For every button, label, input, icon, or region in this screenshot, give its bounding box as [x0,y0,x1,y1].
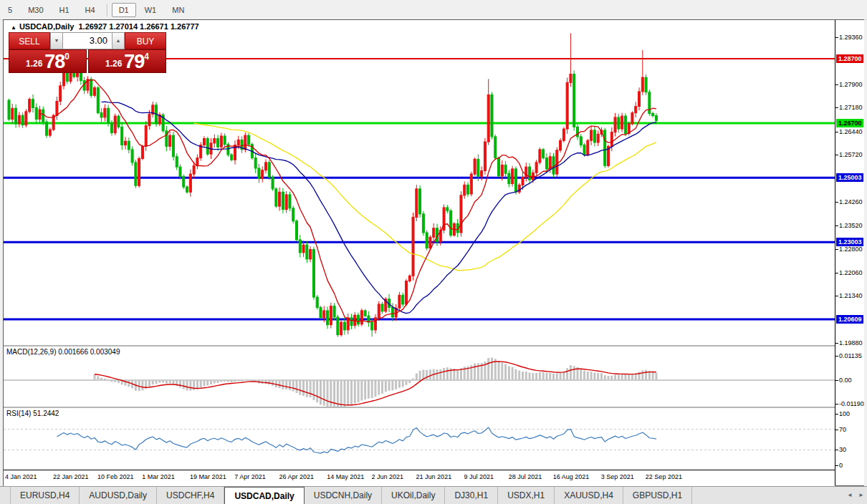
tab-scroll-left-icon[interactable]: ◄ [844,487,856,504]
volume-increase-button[interactable]: ▲ [112,32,125,49]
sell-price-button[interactable]: 1.26 78 0 [9,49,87,73]
date-axis-label: 1 Mar 2021 [142,473,175,480]
rsi-pane[interactable]: RSI(14) 51.2442 [4,408,835,469]
chart-tab-usdx[interactable]: USDX,H1 [498,487,555,504]
chart-title: ▲USDCAD,Daily 1.26927 1.27014 1.26671 1.… [11,22,199,31]
date-axis-label: 2 Jun 2021 [371,473,403,480]
tab-bar-spacer [692,487,844,504]
buy-button[interactable]: BUY [125,32,166,49]
price-axis-label: 1.21340 [839,292,863,299]
one-click-trade-panel: SELL ▼ 3.00 ▲ BUY 1.26 78 0 1.26 79 4 [9,32,166,73]
rsi-axis-label: 70 [839,426,846,433]
timeframe-toolbar: 5M30H1H4D1W1MN [0,0,867,20]
date-axis: 4 Jan 202122 Jan 202110 Feb 20211 Mar 20… [4,470,835,486]
tab-scroll-right-icon[interactable]: ► [856,487,867,504]
price-axis-label: 1.22060 [839,269,863,276]
chart-symbol-label: USDCAD,Daily [19,22,74,31]
price-axis-label: 1.29360 [839,34,863,41]
date-axis-label: 26 Apr 2021 [279,473,314,480]
macd-canvas[interactable] [4,346,835,407]
date-axis-label: 19 Mar 2021 [190,473,226,480]
rsi-value: 51.2442 [33,410,59,417]
date-axis-label: 21 Jun 2021 [416,473,452,480]
price-axis-label: 1.25720 [839,151,863,158]
rsi-label: RSI(14) 51.2442 [6,410,59,417]
hline-price-badge: 1.26700 [836,119,863,127]
price-axis-label: 1.24260 [839,198,863,205]
buy-price-pip: 4 [144,52,149,61]
date-axis-label: 16 Aug 2021 [553,473,590,480]
buy-price-prefix: 1.26 [105,57,122,71]
macd-axis-label: 0.01135 [839,352,862,359]
date-axis-label: 22 Jan 2021 [53,473,89,480]
chart-tab-ukoil[interactable]: UKOil,Daily [382,487,445,504]
chart-tab-audusd[interactable]: AUDUSD,Daily [80,487,157,504]
volume-decrease-button[interactable]: ▼ [50,32,63,49]
chart-tab-usdchf[interactable]: USDCHF,H4 [157,487,224,504]
timeframe-button-5[interactable]: 5 [1,3,19,17]
timeframe-button-w1[interactable]: W1 [138,3,164,17]
date-axis-label: 3 Sep 2021 [601,473,634,480]
rsi-axis-label: 0 [839,462,843,469]
hline-price-badge: 1.20609 [836,315,863,324]
hline-price-badge: 1.28700 [836,54,863,63]
rsi-axis-label: 30 [839,446,846,453]
chart-tab-gbpusd[interactable]: GBPUSD,H1 [623,487,692,504]
sell-price-main: 78 [44,52,64,71]
date-axis-label: 22 Sep 2021 [646,473,682,480]
date-axis-label: 9 Jul 2021 [464,473,494,480]
date-axis-label: 4 Jan 2021 [5,473,37,480]
sell-price-pip: 0 [64,52,70,61]
timeframe-button-d1[interactable]: D1 [112,3,136,17]
rsi-canvas[interactable] [4,408,835,469]
volume-input[interactable]: 3.00 [63,32,112,49]
price-pane[interactable]: ▲USDCAD,Daily 1.26927 1.27014 1.26671 1.… [4,20,835,345]
hline-price-badge: 1.23003 [836,238,863,246]
rsi-axis-label: 100 [839,410,850,417]
toolbar-separator [107,4,107,16]
chart-ohlc-values: 1.26927 1.27014 1.26671 1.26777 [78,22,198,31]
macd-values: 0.001666 0.003049 [58,348,120,356]
chart-window: ▲USDCAD,Daily 1.26927 1.27014 1.26671 1.… [3,19,864,486]
timeframe-button-h1[interactable]: H1 [52,3,77,17]
macd-axis-label: 0.00 [839,377,852,384]
timeframe-button-h4[interactable]: H4 [78,3,102,17]
chart-tab-usdcnh[interactable]: USDCNH,Daily [305,487,382,504]
chart-tab-eurusd[interactable]: EURUSD,H4 [10,487,80,504]
macd-pane[interactable]: MACD(12,26,9) 0.001666 0.003049 [4,346,835,407]
price-axis: 1.293601.279001.271801.264401.257201.242… [835,20,864,485]
title-arrow-icon: ▲ [11,24,16,31]
price-axis-label: 1.27900 [839,81,863,88]
sell-button[interactable]: SELL [9,32,50,49]
date-axis-label: 10 Feb 2021 [97,473,134,480]
chart-tab-usdcad[interactable]: USDCAD,Daily [224,487,304,504]
buy-price-button[interactable]: 1.26 79 4 [88,49,166,73]
chart-tab-bar: EURUSD,H4AUDUSD,DailyUSDCHF,H4USDCAD,Dai… [0,486,867,504]
price-axis-label: 1.26440 [839,128,863,135]
price-axis-label: 1.19880 [839,339,863,346]
hline-price-badge: 1.25003 [836,173,863,182]
timeframe-button-m30[interactable]: M30 [21,3,50,17]
macd-axis-label: -0.01190 [839,400,864,407]
plot-stack: ▲USDCAD,Daily 1.26927 1.27014 1.26671 1.… [4,20,835,485]
buy-price-main: 79 [124,52,144,71]
price-axis-label: 1.23520 [839,222,863,229]
timeframe-button-mn[interactable]: MN [165,3,191,17]
price-axis-label: 1.27180 [839,104,863,111]
chart-tab-xauusd[interactable]: XAUUSD,H4 [555,487,623,504]
chart-tab-dj30[interactable]: DJ30,H1 [445,487,498,504]
date-axis-label: 7 Apr 2021 [234,473,266,480]
date-axis-label: 28 Jul 2021 [509,473,542,480]
sell-price-prefix: 1.26 [26,57,42,71]
date-axis-label: 14 May 2021 [327,473,364,480]
macd-label: MACD(12,26,9) 0.001666 0.003049 [6,348,120,356]
